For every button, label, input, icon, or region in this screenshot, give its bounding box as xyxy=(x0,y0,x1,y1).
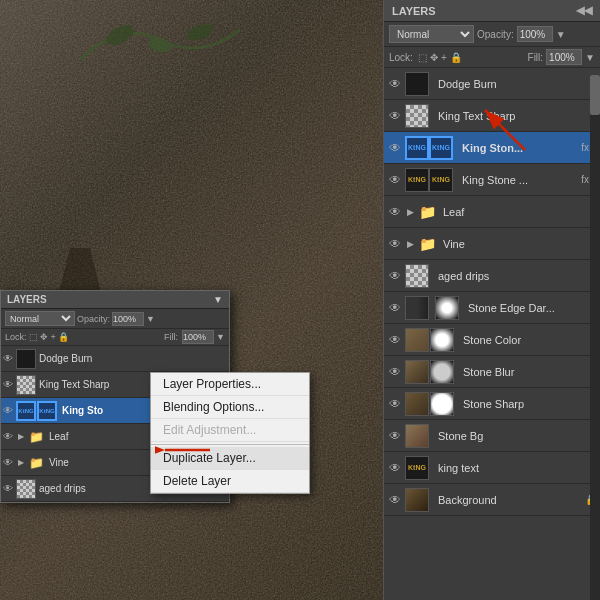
small-expand-vine[interactable]: ▶ xyxy=(16,455,26,471)
small-fill-arrow[interactable]: ▼ xyxy=(216,332,225,342)
small-layer-dodge-burn[interactable]: 👁 Dodge Burn xyxy=(1,346,229,372)
layer-name-king-text-sharp: King Text Sharp xyxy=(434,110,597,122)
small-vis-aged-drips[interactable]: 👁 xyxy=(3,483,16,494)
context-menu-item-delete-layer[interactable]: Delete Layer xyxy=(151,470,309,493)
visibility-icon-stone-sharp[interactable]: 👁 xyxy=(387,396,403,412)
blend-mode-row: Normal Opacity: ▼ xyxy=(384,22,600,47)
lock-label: Lock: xyxy=(389,52,413,63)
scrollbar-track[interactable] xyxy=(590,75,600,600)
lock-all-icon[interactable]: 🔒 xyxy=(450,52,462,63)
layer-item-stone-blur[interactable]: 👁 Stone Blur xyxy=(384,356,600,388)
layers-list: 👁 Dodge Burn 👁 King Text Sharp 👁 KtNG Kt… xyxy=(384,68,600,593)
layer-item-vine[interactable]: 👁 ▶ 📁 Vine xyxy=(384,228,600,260)
thumb-king-stone-2-mask: KtNG xyxy=(429,168,453,192)
thumb-stone-blur-mask xyxy=(430,360,454,384)
small-vis-dodge-burn[interactable]: 👁 xyxy=(3,353,16,364)
visibility-icon-king-stone-1[interactable]: 👁 xyxy=(387,140,403,156)
expand-icon-vine[interactable]: ▶ xyxy=(405,236,415,252)
small-blend-row: Normal Opacity: ▼ xyxy=(1,309,229,329)
thumb-background xyxy=(405,488,429,512)
layer-name-dodge-burn: Dodge Burn xyxy=(434,78,597,90)
layer-name-stone-color: Stone Color xyxy=(459,334,597,346)
thumb-king-text: KtNG xyxy=(405,456,429,480)
small-panel-controls[interactable]: ▼ xyxy=(213,294,223,305)
layer-name-stone-bg: Stone Bg xyxy=(434,430,597,442)
panel-header: LAYERS ◀◀ xyxy=(384,0,600,22)
layer-item-leaf[interactable]: 👁 ▶ 📁 Leaf xyxy=(384,196,600,228)
small-vis-leaf[interactable]: 👁 xyxy=(3,431,16,442)
thumb-king-text-sharp xyxy=(405,104,429,128)
context-menu-item-blending-options[interactable]: Blending Options... xyxy=(151,396,309,419)
fill-input[interactable] xyxy=(546,49,582,65)
layer-name-king-stone-2: King Stone ... xyxy=(458,174,579,186)
visibility-icon-leaf[interactable]: 👁 xyxy=(387,204,403,220)
layer-item-aged-drips[interactable]: 👁 aged drips xyxy=(384,260,600,292)
thumb-aged-drips xyxy=(405,264,429,288)
fx-icon-king-stone-1: fx xyxy=(581,142,589,153)
layer-item-king-text-sharp[interactable]: 👁 King Text Sharp xyxy=(384,100,600,132)
thumb-stone-color xyxy=(405,328,429,352)
visibility-icon-king-text[interactable]: 👁 xyxy=(387,460,403,476)
visibility-icon-background[interactable]: 👁 xyxy=(387,492,403,508)
layer-item-dodge-burn[interactable]: 👁 Dodge Burn xyxy=(384,68,600,100)
context-menu-item-duplicate-layer[interactable]: Duplicate Layer... xyxy=(151,447,309,470)
lock-transform-icon[interactable]: + xyxy=(441,52,447,63)
context-menu: Layer Properties... Blending Options... … xyxy=(150,372,310,494)
thumb-dodge-burn xyxy=(405,72,429,96)
small-vis-king-text-sharp[interactable]: 👁 xyxy=(3,379,16,390)
thumb-stone-sharp-mask xyxy=(430,392,454,416)
visibility-icon-king-stone-2[interactable]: 👁 xyxy=(387,172,403,188)
visibility-icon-king-text-sharp[interactable]: 👁 xyxy=(387,108,403,124)
context-menu-item-edit-adjustment[interactable]: Edit Adjustment... xyxy=(151,419,309,442)
panel-collapse-icon[interactable]: ◀◀ xyxy=(576,4,592,17)
thumb-stone-blur xyxy=(405,360,429,384)
visibility-icon-stone-color[interactable]: 👁 xyxy=(387,332,403,348)
lock-pixel-icon[interactable]: ⬚ xyxy=(418,52,427,63)
visibility-icon-vine[interactable]: 👁 xyxy=(387,236,403,252)
layer-name-stone-blur: Stone Blur xyxy=(459,366,597,378)
layer-item-king-stone-1[interactable]: 👁 KtNG KtNG King Ston... fx ↗ xyxy=(384,132,600,164)
visibility-icon-stone-blur[interactable]: 👁 xyxy=(387,364,403,380)
small-vis-king-stone[interactable]: 👁 xyxy=(3,405,16,416)
expand-icon-leaf[interactable]: ▶ xyxy=(405,204,415,220)
small-expand-leaf[interactable]: ▶ xyxy=(16,429,26,445)
small-opacity-input[interactable] xyxy=(112,312,144,326)
visibility-icon-aged-drips[interactable]: 👁 xyxy=(387,268,403,284)
opacity-input[interactable] xyxy=(517,26,553,42)
layer-name-vine: Vine xyxy=(439,238,597,250)
thumb-king-stone-2: KtNG xyxy=(405,168,429,192)
small-opacity-label: Opacity: xyxy=(77,314,110,324)
layer-item-stone-edge-dark[interactable]: 👁 Stone Edge Dar... xyxy=(384,292,600,324)
small-fill-label: Fill: xyxy=(164,332,178,342)
visibility-icon-stone-bg[interactable]: 👁 xyxy=(387,428,403,444)
context-menu-item-layer-properties[interactable]: Layer Properties... xyxy=(151,373,309,396)
svg-point-3 xyxy=(184,21,215,44)
context-separator xyxy=(151,444,309,445)
small-thumb-aged-drips xyxy=(16,479,36,499)
layer-item-stone-color[interactable]: 👁 Stone Color xyxy=(384,324,600,356)
small-fill-input[interactable] xyxy=(182,330,214,344)
dropdown-arrow[interactable]: ▼ xyxy=(556,29,566,40)
small-dropdown[interactable]: ▼ xyxy=(146,314,155,324)
svg-point-2 xyxy=(147,35,174,55)
layer-item-stone-sharp[interactable]: 👁 Stone Sharp xyxy=(384,388,600,420)
layer-item-background[interactable]: 👁 Background 🔒 xyxy=(384,484,600,516)
thumb-stone-color-mask xyxy=(430,328,454,352)
thumb-stone-bg xyxy=(405,424,429,448)
lock-move-icon[interactable]: ✥ xyxy=(430,52,438,63)
small-thumb-king-stone: KtNG xyxy=(16,401,36,421)
small-vis-vine[interactable]: 👁 xyxy=(3,457,16,468)
small-blend-select[interactable]: Normal xyxy=(5,311,75,326)
layer-name-leaf: Leaf xyxy=(439,206,597,218)
layer-item-king-stone-2[interactable]: 👁 KtNG KtNG King Stone ... fx ↗ xyxy=(384,164,600,196)
visibility-icon-stone-edge-dark[interactable]: 👁 xyxy=(387,300,403,316)
layer-name-king-text: king text xyxy=(434,462,597,474)
layer-item-stone-bg[interactable]: 👁 Stone Bg xyxy=(384,420,600,452)
layer-item-king-text[interactable]: 👁 KtNG king text xyxy=(384,452,600,484)
small-folder-vine: 📁 xyxy=(26,453,46,473)
visibility-icon-dodge-burn[interactable]: 👁 xyxy=(387,76,403,92)
scrollbar-thumb[interactable] xyxy=(590,75,600,115)
blend-mode-select[interactable]: Normal xyxy=(389,25,474,43)
fill-dropdown-arrow[interactable]: ▼ xyxy=(585,52,595,63)
fx-icon-king-stone-2: fx xyxy=(581,174,589,185)
